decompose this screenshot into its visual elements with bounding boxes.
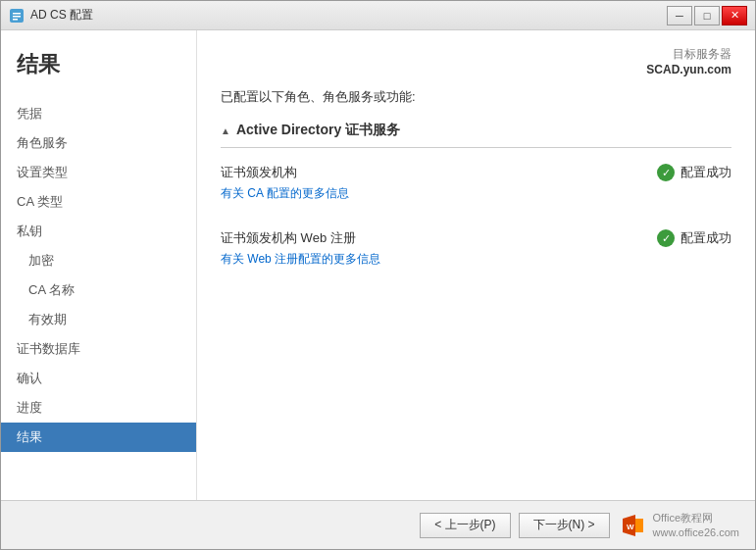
right-panel: 目标服务器 SCAD.yun.com 已配置以下角色、角色服务或功能: ▲ Ac… [197, 30, 755, 500]
result-name-0: 证书颁发机构 [221, 164, 297, 181]
title-bar-left: AD CS 配置 [9, 7, 93, 24]
result-link-anchor-0[interactable]: 有关 CA 配置的更多信息 [221, 186, 349, 200]
svg-rect-3 [13, 19, 18, 21]
result-row-0: 证书颁发机构 ✓ 配置成功 [221, 164, 731, 181]
nav-item-设置类型[interactable]: 设置类型 [1, 158, 196, 187]
nav-item-证书数据库[interactable]: 证书数据库 [1, 334, 196, 364]
description: 已配置以下角色、角色服务或功能: [221, 88, 731, 106]
nav-item-CA-类型[interactable]: CA 类型 [1, 187, 196, 217]
server-label: 目标服务器 [221, 46, 731, 63]
nav-item-结果[interactable]: 结果 [1, 423, 196, 452]
watermark-site: Office教程网 [653, 511, 739, 525]
minimize-button[interactable]: ─ [667, 6, 692, 25]
section-title: Active Directory 证书服务 [236, 122, 400, 139]
result-link-anchor-1[interactable]: 有关 Web 注册配置的更多信息 [221, 252, 380, 266]
page-title-area: 结果 [1, 50, 196, 99]
bottom-bar: < 上一步(P) 下一步(N) > W Office教程网 www.office… [1, 500, 755, 549]
success-icon-1: ✓ [657, 229, 675, 247]
watermark: W Office教程网 www.office26.com [618, 511, 739, 540]
bottom-right: < 上一步(P) 下一步(N) > W Office教程网 www.office… [420, 511, 739, 540]
section-header: ▲ Active Directory 证书服务 [221, 122, 731, 148]
status-text-0: 配置成功 [680, 164, 731, 181]
nav-item-确认[interactable]: 确认 [1, 364, 196, 393]
result-status-0: ✓ 配置成功 [657, 164, 731, 181]
server-info: 目标服务器 SCAD.yun.com [221, 46, 731, 76]
result-item-0: 证书颁发机构 ✓ 配置成功 有关 CA 配置的更多信息 [221, 164, 731, 210]
svg-rect-1 [13, 13, 21, 15]
svg-rect-2 [13, 16, 21, 18]
results-container: 证书颁发机构 ✓ 配置成功 有关 CA 配置的更多信息 证书颁发机构 Web 注… [221, 164, 731, 295]
next-button[interactable]: 下一步(N) > [519, 513, 610, 538]
watermark-url: www.office26.com [653, 525, 739, 539]
svg-text:W: W [627, 523, 634, 531]
window-controls: ─ □ ✕ [667, 6, 747, 25]
nav-item-加密[interactable]: 加密 [1, 246, 196, 275]
server-name: SCAD.yun.com [221, 63, 731, 76]
prev-button[interactable]: < 上一步(P) [420, 513, 510, 538]
result-link-1[interactable]: 有关 Web 注册配置的更多信息 [221, 251, 731, 268]
nav-item-角色服务[interactable]: 角色服务 [1, 128, 196, 158]
nav-item-进度[interactable]: 进度 [1, 393, 196, 423]
nav-item-CA-名称[interactable]: CA 名称 [1, 275, 196, 305]
status-text-1: 配置成功 [680, 229, 731, 247]
close-button[interactable]: ✕ [722, 6, 747, 25]
nav-item-有效期[interactable]: 有效期 [1, 305, 196, 334]
result-row-1: 证书颁发机构 Web 注册 ✓ 配置成功 [221, 229, 731, 247]
success-icon-0: ✓ [657, 164, 675, 181]
main-content: 结果 凭据角色服务设置类型CA 类型私钥加密CA 名称有效期证书数据库确认进度结… [1, 30, 755, 500]
chevron-icon: ▲ [221, 125, 230, 136]
result-name-1: 证书颁发机构 Web 注册 [221, 229, 356, 247]
title-bar: AD CS 配置 ─ □ ✕ [1, 1, 755, 30]
nav-item-凭据[interactable]: 凭据 [1, 99, 196, 128]
svg-rect-6 [635, 519, 643, 532]
main-window: AD CS 配置 ─ □ ✕ 结果 凭据角色服务设置类型CA 类型私钥加密CA … [0, 0, 756, 550]
office-logo-icon: W [618, 511, 647, 540]
page-title: 结果 [17, 52, 60, 76]
nav-item-私钥[interactable]: 私钥 [1, 217, 196, 246]
maximize-button[interactable]: □ [694, 6, 720, 25]
result-item-1: 证书颁发机构 Web 注册 ✓ 配置成功 有关 Web 注册配置的更多信息 [221, 229, 731, 275]
sidebar: 结果 凭据角色服务设置类型CA 类型私钥加密CA 名称有效期证书数据库确认进度结… [1, 30, 197, 500]
window-title: AD CS 配置 [30, 7, 93, 24]
nav-list: 凭据角色服务设置类型CA 类型私钥加密CA 名称有效期证书数据库确认进度结果 [1, 99, 196, 452]
app-icon [9, 8, 25, 24]
result-status-1: ✓ 配置成功 [657, 229, 731, 247]
result-link-0[interactable]: 有关 CA 配置的更多信息 [221, 185, 731, 202]
watermark-text: Office教程网 www.office26.com [653, 511, 739, 539]
